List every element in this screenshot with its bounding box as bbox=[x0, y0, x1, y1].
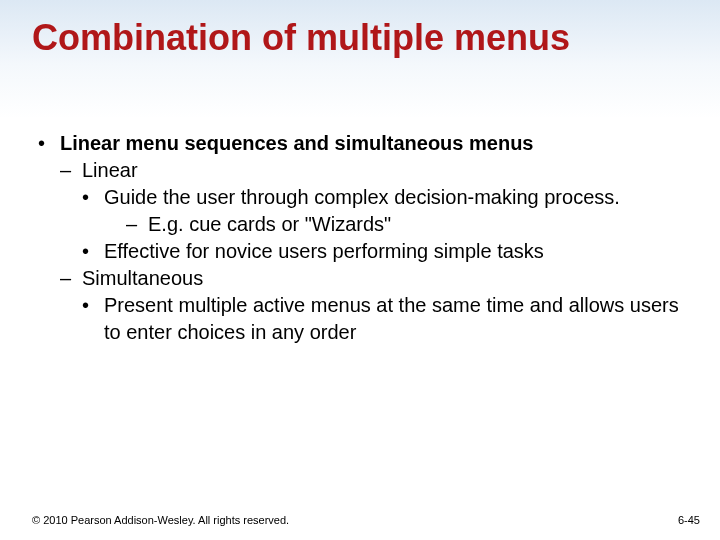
slide-title: Combination of multiple menus bbox=[32, 18, 688, 58]
slide: Combination of multiple menus Linear men… bbox=[0, 0, 720, 540]
bullet-level2: Simultaneous bbox=[60, 265, 688, 292]
bullet-level4: E.g. cue cards or "Wizards" bbox=[126, 211, 688, 238]
footer-copyright: © 2010 Pearson Addison-Wesley. All right… bbox=[32, 514, 289, 526]
footer-page-number: 6-45 bbox=[678, 514, 700, 526]
bullet-level3: Present multiple active menus at the sam… bbox=[82, 292, 688, 346]
bullet-level3: Guide the user through complex decision-… bbox=[82, 184, 688, 211]
bullet-level2: Linear bbox=[60, 157, 688, 184]
bullet-level3: Effective for novice users performing si… bbox=[82, 238, 688, 265]
bullet-level1: Linear menu sequences and simultaneous m… bbox=[38, 130, 688, 157]
slide-content: Linear menu sequences and simultaneous m… bbox=[38, 130, 688, 346]
